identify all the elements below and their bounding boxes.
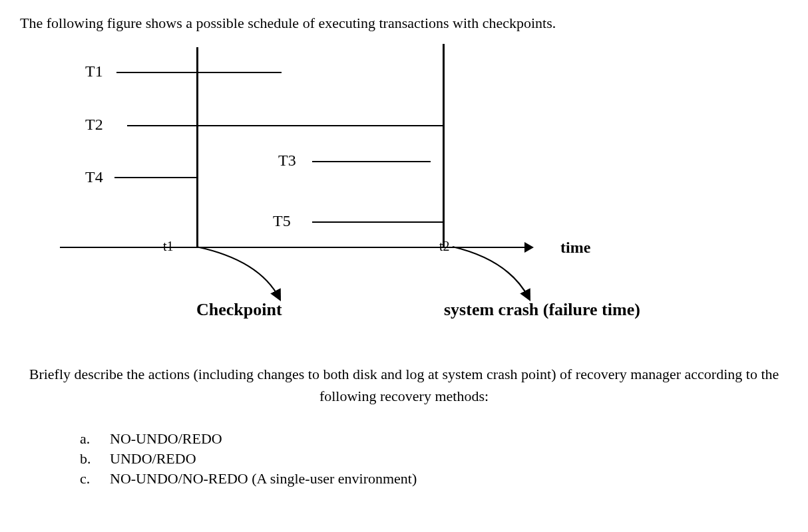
- option-text: NO-UNDO/REDO: [110, 430, 222, 448]
- question-text: Briefly describe the actions (including …: [20, 363, 788, 407]
- t5-line: [312, 221, 443, 223]
- option-text: UNDO/REDO: [110, 450, 196, 467]
- checkpoint-arrow-icon: [186, 247, 319, 307]
- crash-vertical-line: [443, 44, 445, 247]
- t1-tick-label: t1: [163, 239, 174, 254]
- t1-label: T1: [85, 63, 103, 80]
- intro-text: The following figure shows a possible sc…: [20, 13, 788, 34]
- option-c: c. NO-UNDO/NO-REDO (A single-user enviro…: [80, 470, 788, 487]
- option-letter: a.: [80, 430, 110, 448]
- t1-line: [116, 72, 282, 74]
- system-crash-label: system crash (failure time): [444, 300, 640, 320]
- crash-arrow-icon: [443, 247, 576, 307]
- option-text: NO-UNDO/NO-REDO (A single-user environme…: [110, 470, 417, 487]
- t4-line: [114, 177, 198, 179]
- t3-label: T3: [278, 152, 296, 170]
- option-a: a. NO-UNDO/REDO: [80, 430, 788, 448]
- t4-label: T4: [85, 168, 103, 186]
- t2-line: [127, 125, 443, 127]
- checkpoint-label: Checkpoint: [196, 300, 282, 320]
- option-letter: b.: [80, 450, 110, 467]
- t2-label: T2: [85, 116, 103, 134]
- option-b: b. UNDO/REDO: [80, 450, 788, 467]
- transaction-schedule-figure: T1 T2 T3 T4 T5 time t1 t2 Checkpoint sys…: [47, 44, 779, 330]
- t3-line: [312, 161, 431, 163]
- checkpoint-vertical-line: [196, 47, 198, 247]
- option-letter: c.: [80, 470, 110, 487]
- t5-label: T5: [273, 212, 291, 230]
- options-list: a. NO-UNDO/REDO b. UNDO/REDO c. NO-UNDO/…: [80, 430, 788, 487]
